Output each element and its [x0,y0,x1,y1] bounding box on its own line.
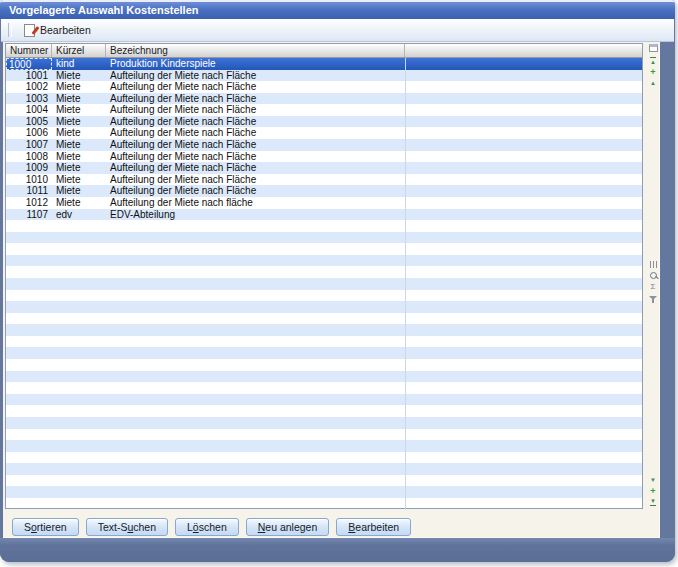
table-row-empty[interactable] [6,324,642,336]
table-row[interactable]: 1008MieteAufteilung der Miete nach Fläch… [6,151,642,163]
table-row-empty[interactable] [6,255,642,267]
cell-bz [106,324,405,336]
table-row-empty[interactable] [6,359,642,371]
cell-num: 1008 [6,151,52,163]
search-icon-glyph [650,272,657,279]
l-schen-button[interactable]: Löschen [175,518,239,536]
table-row[interactable]: 1011MieteAufteilung der Miete nach Fläch… [6,185,642,197]
toolbar-grip[interactable] [8,23,12,37]
cell-bz [106,243,405,255]
bearbeiten-button[interactable]: Bearbeiten [336,518,411,536]
cell-kz: Miete [52,197,106,209]
cell-kz [52,452,106,464]
cell-bz: Aufteilung der Miete nach Fläche [106,127,405,139]
cell-kz [52,255,106,267]
scroll-top-icon[interactable]: ▲ [648,56,659,65]
cell-bz [106,405,405,417]
cell-kz [52,266,106,278]
table-row-empty[interactable] [6,452,642,464]
table-row-empty[interactable] [6,243,642,255]
table-row-empty[interactable] [6,220,642,232]
toolbar-edit-button[interactable]: Bearbeiten [18,22,97,39]
table-row-empty[interactable] [6,278,642,290]
table-row-empty[interactable] [6,429,642,441]
table-row[interactable]: 1002MieteAufteilung der Miete nach Fläch… [6,81,642,93]
cell-kz: Miete [52,174,106,186]
table-row[interactable]: 1009MieteAufteilung der Miete nach Fläch… [6,162,642,174]
filter-icon[interactable] [648,293,659,302]
toolbar-edit-label: Bearbeiten [40,24,91,36]
insert-row-icon-glyph: + [650,68,655,76]
column-header-nummer[interactable]: Nummer▼ [6,44,52,57]
cell-num [6,394,52,406]
cell-bz: Aufteilung der Miete nach fläche [106,197,405,209]
table-row[interactable]: 1006MieteAufteilung der Miete nach Fläch… [6,127,642,139]
table-row[interactable]: 1007MieteAufteilung der Miete nach Fläch… [6,139,642,151]
cell-kz [52,440,106,452]
cell-bz [106,371,405,383]
table-row-empty[interactable] [6,371,642,383]
search-icon[interactable] [648,271,659,280]
table-row-empty[interactable] [6,394,642,406]
table-row-empty[interactable] [6,232,642,244]
cell-num [6,324,52,336]
column-header-empty[interactable] [405,44,642,57]
columns-icon[interactable] [648,260,659,269]
cell-num [6,371,52,383]
field-chooser-icon[interactable] [648,43,659,52]
sum-icon[interactable]: Σ [648,282,659,291]
insert-row-icon[interactable]: + [648,67,659,76]
cell-kz: Miete [52,151,106,163]
neu-anlegen-button[interactable]: Neu anlegen [246,518,330,536]
table-row[interactable]: 1004MieteAufteilung der Miete nach Fläch… [6,104,642,116]
table-row-empty[interactable] [6,290,642,302]
table-row-empty[interactable] [6,382,642,394]
table-row-empty[interactable] [6,301,642,313]
scroll-down-icon[interactable]: ▼ [648,475,659,484]
table-row[interactable]: 1107edvEDV-Abteilung [6,209,642,221]
cell-bz [106,301,405,313]
table-row-empty[interactable] [6,336,642,348]
cell-num [6,382,52,394]
cell-bz [106,266,405,278]
table-row[interactable]: 1012MieteAufteilung der Miete nach fläch… [6,197,642,209]
scroll-up-icon[interactable]: ▲ [648,78,659,87]
cell-num: 1006 [6,127,52,139]
column-header-krzel[interactable]: Kürzel [52,44,106,57]
cell-bz: Produktion Kinderspiele [106,58,405,70]
table-row[interactable]: 1000kindProduktion Kinderspiele [6,58,642,70]
text-suchen-button[interactable]: Text-Suchen [86,518,168,536]
scroll-bottom-icon[interactable]: ▼ [648,497,659,506]
cell-num [6,290,52,302]
cell-num: 1001 [6,70,52,82]
table-row[interactable]: 1001MieteAufteilung der Miete nach Fläch… [6,70,642,82]
cell-kz: Miete [52,81,106,93]
append-row-icon[interactable]: + [648,486,659,495]
cell-kz [52,232,106,244]
column-header-bezeichnung[interactable]: Bezeichnung [106,44,405,57]
table-row-empty[interactable] [6,405,642,417]
cell-num [6,255,52,267]
cell-bz [106,278,405,290]
table-row[interactable]: 1005MieteAufteilung der Miete nach Fläch… [6,116,642,128]
cell-num: 1011 [6,185,52,197]
table-row-empty[interactable] [6,313,642,325]
table-row-empty[interactable] [6,475,642,487]
cell-bz [106,220,405,232]
table-row-empty[interactable] [6,347,642,359]
filter-icon-glyph [649,296,657,300]
table-row-empty[interactable] [6,498,642,510]
cell-kz: Miete [52,185,106,197]
cell-num: 1012 [6,197,52,209]
table-row-empty[interactable] [6,417,642,429]
cell-kz [52,394,106,406]
content-area: Nummer▼KürzelBezeichnung 1000kindProdukt… [3,42,660,538]
table-row[interactable]: 1010MieteAufteilung der Miete nach Fläch… [6,174,642,186]
table-row[interactable]: 1003MieteAufteilung der Miete nach Fläch… [6,93,642,105]
table-row-empty[interactable] [6,486,642,498]
table-row-empty[interactable] [6,266,642,278]
cell-num: 1009 [6,162,52,174]
table-row-empty[interactable] [6,463,642,475]
table-row-empty[interactable] [6,440,642,452]
sortieren-button[interactable]: Sortieren [12,518,79,536]
